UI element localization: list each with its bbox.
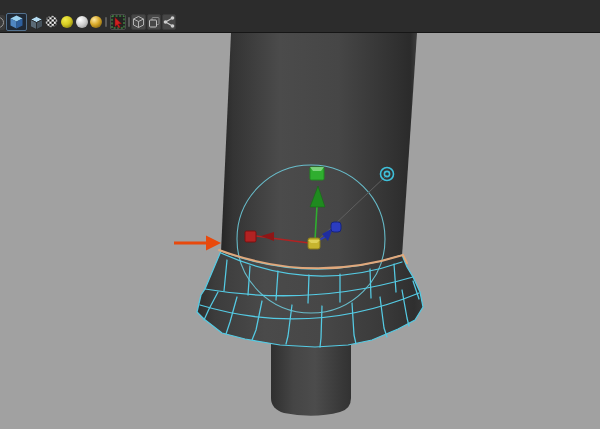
sphere-ring-glyph	[0, 17, 4, 28]
app-window	[0, 0, 600, 429]
cube-outline-icon	[133, 16, 144, 28]
shaded-cube-icon	[10, 15, 23, 29]
manipulator-center-handle[interactable]	[308, 238, 320, 249]
toolbar-separator	[105, 17, 107, 27]
cylinder-foot[interactable]	[271, 338, 351, 416]
isolate-select-icon	[111, 15, 125, 29]
clipped-sphere-icon[interactable]	[0, 15, 5, 30]
textured-cube-icon	[30, 16, 43, 30]
viewport-toolbar	[0, 0, 600, 33]
toolbar-separator	[128, 17, 130, 27]
z-axis-cube[interactable]	[331, 222, 341, 232]
shaded-cube-button[interactable]	[6, 13, 27, 31]
gold-sphere-button[interactable]	[90, 16, 102, 28]
overlap-squares-icon	[149, 17, 160, 28]
checker-sphere-icon	[45, 15, 58, 28]
textured-cube-button[interactable]	[29, 15, 43, 30]
checker-sphere-button[interactable]	[45, 15, 58, 28]
share-nodes-icon	[163, 16, 175, 28]
x-axis-cube[interactable]	[245, 231, 256, 242]
overlap-squares-button[interactable]	[147, 14, 161, 30]
white-sphere-button[interactable]	[76, 16, 88, 28]
cube-outline-button[interactable]	[131, 14, 146, 30]
viewport-3d[interactable]	[0, 0, 600, 429]
isolate-select-button[interactable]	[110, 14, 126, 30]
yellow-sphere-button[interactable]	[61, 16, 73, 28]
share-nodes-button[interactable]	[162, 14, 176, 30]
